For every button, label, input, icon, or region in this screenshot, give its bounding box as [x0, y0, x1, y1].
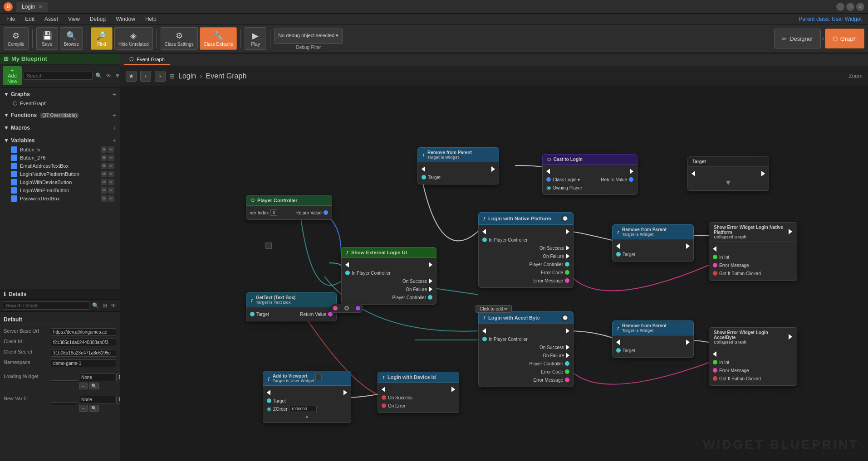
- gttb-target-pin[interactable]: [250, 312, 255, 316]
- show-error-accelbyte-node[interactable]: Show Error Widget Login AccelByte Collap…: [709, 327, 797, 386]
- cast-class-pin[interactable]: [546, 177, 551, 182]
- functions-add-icon[interactable]: +: [113, 112, 116, 119]
- client-secret-input[interactable]: [51, 349, 116, 357]
- show-external-login-node[interactable]: ƒ Show External Login UI: [341, 247, 436, 305]
- rfp3-exec-in-pin[interactable]: [616, 340, 620, 345]
- tab-close[interactable]: ✕: [39, 4, 42, 9]
- debug-object-button[interactable]: No debug object selected ▾: [274, 28, 343, 44]
- save-button[interactable]: 💾 Save: [36, 27, 58, 50]
- tab-login[interactable]: Login ✕: [16, 2, 48, 12]
- server-base-url-input[interactable]: [51, 328, 116, 336]
- add-new-button[interactable]: + Add New: [3, 66, 22, 85]
- lnp-exec-in-pin[interactable]: [482, 229, 486, 234]
- selu-exec-in-pin[interactable]: [345, 262, 349, 267]
- class-defaults-button[interactable]: 🔧 Class Defaults: [200, 27, 237, 50]
- var-edit-loginemailbutton[interactable]: ✏: [108, 187, 114, 194]
- connector-mid-pin[interactable]: [344, 306, 349, 311]
- menu-window[interactable]: Window: [111, 15, 140, 23]
- variables-header[interactable]: ▼ Variables +: [4, 136, 116, 146]
- var-edit-button5[interactable]: ✏: [108, 146, 114, 153]
- target-node-top[interactable]: Target ▼: [687, 156, 769, 191]
- var-eye-loginnativebutton[interactable]: 👁: [101, 171, 107, 177]
- remove-from-parent-3-node[interactable]: ƒ Remove from Parent Target is Widget: [612, 320, 694, 358]
- login-native-platform-node[interactable]: ƒ Login with Native Platform 🕐: [478, 212, 574, 288]
- cast-exec-in-pin[interactable]: [546, 169, 550, 174]
- hide-unrelated-button[interactable]: ◈ Hide Unrelated: [114, 27, 153, 50]
- menu-edit[interactable]: Edit: [20, 15, 39, 23]
- pc-return-pin[interactable]: [324, 210, 328, 215]
- close-window-button[interactable]: ✕: [856, 3, 864, 11]
- atv-zorder-input[interactable]: [289, 406, 317, 412]
- menu-debug[interactable]: Debug: [85, 15, 110, 23]
- target-top-exec-out-pin[interactable]: [761, 171, 765, 176]
- macros-header[interactable]: ▼ Macros +: [4, 123, 116, 133]
- lnp-onsuccess-pin[interactable]: [566, 245, 569, 251]
- rfp1-in-exec-pin[interactable]: [422, 166, 425, 172]
- event-graph-tab[interactable]: ⬡ Event Graph: [124, 54, 170, 65]
- var-loginnativebutton[interactable]: LoginNativePlatformButton 👁 ✏: [4, 170, 116, 178]
- find-button[interactable]: 🔎 Find: [91, 27, 113, 50]
- details-grid-icon-btn[interactable]: ⊞: [102, 301, 108, 310]
- designer-button[interactable]: ✏ Designer: [774, 29, 821, 49]
- var-button5[interactable]: Button_5 👁 ✏: [4, 146, 116, 154]
- namespace-input[interactable]: [51, 359, 116, 367]
- lnp-errormsg-pin[interactable]: [565, 278, 569, 283]
- var-eye-loginemailbutton[interactable]: 👁: [101, 187, 107, 194]
- var-eye-button276[interactable]: 👁: [101, 155, 107, 161]
- selu-inpc-pin[interactable]: [345, 271, 350, 275]
- search-icon-btn[interactable]: 🔍: [94, 72, 103, 80]
- var-eye-passwordtextbox[interactable]: 👁: [101, 195, 107, 202]
- loading-widget-arrow-btn[interactable]: ←: [79, 383, 88, 389]
- graph-area[interactable]: ⬡ Event Graph ★ ‹ › ⊞ Login › Event Grap…: [120, 53, 868, 461]
- minimize-button[interactable]: —: [836, 3, 844, 11]
- var-emailtextbox[interactable]: EmailAddressTextBox 👁 ✏: [4, 162, 116, 170]
- class-settings-button[interactable]: ⚙ Class Settings: [161, 27, 198, 50]
- click-to-edit-button[interactable]: Click to edit ✏: [476, 305, 512, 313]
- lnp-onfailure-pin[interactable]: [566, 253, 569, 259]
- var-edit-logindevicebutton[interactable]: ✏: [108, 179, 114, 185]
- var-edit-passwordtextbox[interactable]: ✏: [108, 195, 114, 202]
- lab-onfailure-pin[interactable]: [566, 353, 569, 358]
- details-search-icon-btn[interactable]: 🔍: [91, 301, 100, 310]
- var-passwordtextbox[interactable]: PasswordTextBox 👁 ✏: [4, 194, 116, 203]
- macros-add-icon[interactable]: +: [113, 124, 116, 131]
- var-edit-button276[interactable]: ✏: [108, 155, 114, 161]
- browse-button[interactable]: 🔍 Browse: [60, 27, 83, 50]
- bookmark-button[interactable]: ★: [126, 71, 137, 82]
- cast-exec-out-pin[interactable]: [630, 169, 633, 174]
- selu-pc-pin[interactable]: [428, 295, 432, 300]
- var-logindevicebutton[interactable]: LoginWithDeviceButton 👁 ✏: [4, 178, 116, 186]
- maximize-button[interactable]: □: [846, 3, 854, 11]
- details-eye-icon-btn[interactable]: 👁: [110, 301, 117, 310]
- lwdi-onsuccess-pin[interactable]: [382, 395, 386, 400]
- port-connector-node-2[interactable]: [315, 374, 322, 380]
- forward-button[interactable]: ›: [155, 71, 166, 82]
- new-var-search-btn[interactable]: 🔍: [89, 405, 99, 412]
- rfp2-target-pin[interactable]: [616, 252, 621, 257]
- new-var-arrow-btn[interactable]: ←: [79, 405, 88, 412]
- rfp1-out-exec-pin[interactable]: [491, 166, 495, 172]
- lab-errormsg-pin[interactable]: [565, 378, 569, 382]
- back-button[interactable]: ‹: [140, 71, 151, 82]
- seab-inint-pin[interactable]: [713, 360, 717, 364]
- lwdi-onerror-pin[interactable]: [382, 403, 386, 408]
- senp-errormsg-pin[interactable]: [713, 263, 717, 267]
- connector-node[interactable]: [331, 304, 363, 313]
- loading-widget-input[interactable]: [79, 374, 115, 381]
- rfp2-exec-in-pin[interactable]: [616, 243, 620, 249]
- rfp3-exec-out-pin[interactable]: [686, 340, 690, 345]
- var-eye-emailtextbox[interactable]: 👁: [101, 163, 107, 169]
- senp-exec-in-pin[interactable]: [713, 246, 716, 252]
- lwdi-exec-in-pin[interactable]: [382, 387, 385, 392]
- var-eye-logindevicebutton[interactable]: 👁: [101, 179, 107, 185]
- details-search-input[interactable]: [3, 301, 89, 310]
- seab-errormsg-pin[interactable]: [713, 368, 717, 373]
- lab-onsuccess-pin[interactable]: [566, 345, 569, 350]
- menu-asset[interactable]: Asset: [40, 15, 63, 23]
- cast-return-pin[interactable]: [629, 177, 633, 182]
- gttb-return-pin[interactable]: [328, 312, 333, 316]
- graphs-header[interactable]: ▼ Graphs +: [4, 89, 116, 99]
- new-var-input[interactable]: [79, 396, 115, 403]
- functions-header[interactable]: ▼ Functions (37 Overridable) +: [4, 110, 116, 120]
- login-device-id-node[interactable]: ƒ Login with Device Id: [378, 372, 459, 413]
